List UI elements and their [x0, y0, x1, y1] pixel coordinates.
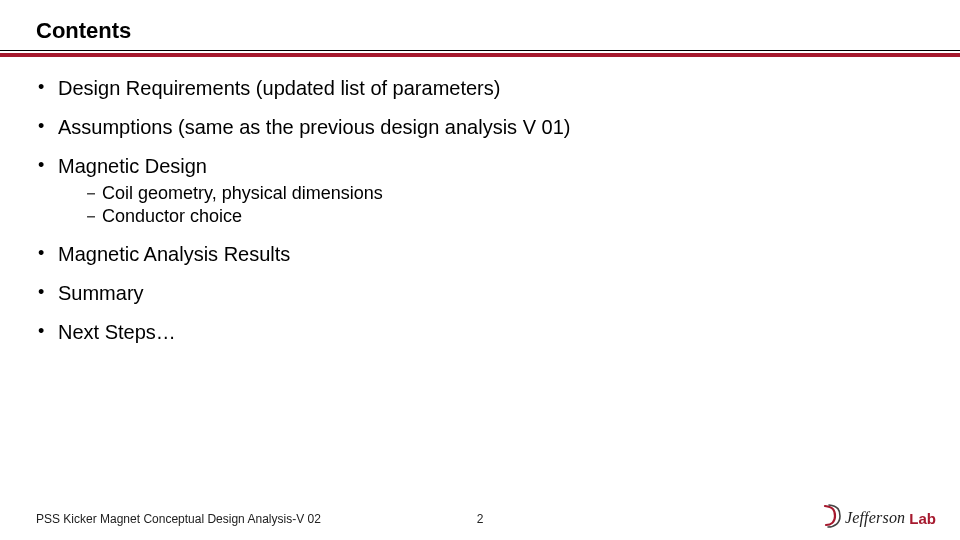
slide-title: Contents	[0, 18, 960, 50]
list-item-text: Magnetic Design	[58, 155, 207, 177]
list-item-text: Design Requirements (updated list of par…	[58, 77, 500, 99]
sub-list: Coil geometry, physical dimensions Condu…	[58, 180, 960, 229]
list-item-text: Next Steps…	[58, 321, 176, 343]
sub-list-item-text: Coil geometry, physical dimensions	[102, 183, 383, 203]
jefferson-lab-logo: Jefferson Lab	[821, 504, 936, 532]
slide: Contents Design Requirements (updated li…	[0, 0, 960, 540]
list-item-text: Magnetic Analysis Results	[58, 243, 290, 265]
list-item: Magnetic Design Coil geometry, physical …	[36, 153, 960, 229]
bullet-list: Design Requirements (updated list of par…	[0, 75, 960, 346]
sub-list-item: Coil geometry, physical dimensions	[82, 182, 960, 205]
list-item: Next Steps…	[36, 319, 960, 346]
page-number: 2	[477, 512, 484, 526]
sub-list-item-text: Conductor choice	[102, 206, 242, 226]
logo-brand-accent: Lab	[909, 510, 936, 527]
logo-brand-text: Jefferson	[845, 509, 905, 527]
sub-list-item: Conductor choice	[82, 205, 960, 228]
title-rule-thin	[0, 50, 960, 51]
list-item: Design Requirements (updated list of par…	[36, 75, 960, 102]
jlab-mark-icon	[821, 504, 843, 532]
footer: PSS Kicker Magnet Conceptual Design Anal…	[0, 496, 960, 526]
list-item: Magnetic Analysis Results	[36, 241, 960, 268]
list-item-text: Summary	[58, 282, 144, 304]
list-item: Assumptions (same as the previous design…	[36, 114, 960, 141]
title-rule-thick	[0, 53, 960, 57]
list-item-text: Assumptions (same as the previous design…	[58, 116, 570, 138]
footer-left-text: PSS Kicker Magnet Conceptual Design Anal…	[36, 512, 321, 526]
list-item: Summary	[36, 280, 960, 307]
